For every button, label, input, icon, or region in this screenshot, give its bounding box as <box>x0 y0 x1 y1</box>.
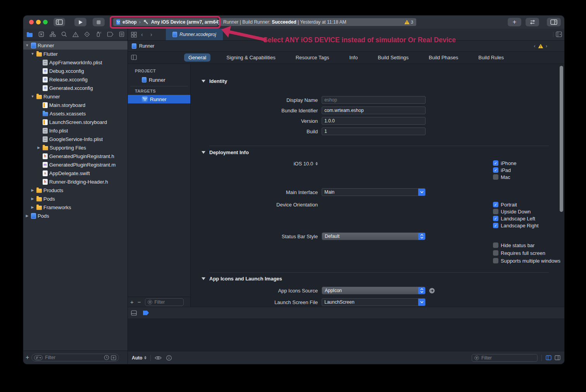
tree-item-products[interactable]: ▶Products <box>23 186 128 194</box>
tree-item[interactable]: hRunner-Bridging-Header.h <box>23 177 128 186</box>
tree-item[interactable]: hGeneratedPluginRegistrant.h <box>23 152 128 160</box>
display-name-field[interactable] <box>322 96 426 104</box>
chevron-right-icon[interactable]: ▶ <box>30 197 35 201</box>
scheme-selector[interactable]: eShop › Any iOS Device (armv7, arm64) <box>113 18 218 26</box>
navigator-filter-input[interactable] <box>44 354 102 361</box>
chevron-down-icon[interactable]: ▼ <box>25 43 29 47</box>
version-stepper[interactable] <box>315 162 318 165</box>
debug-filter-input[interactable] <box>481 355 535 361</box>
app-icons-source-popup[interactable]: AppIcon <box>322 287 426 294</box>
disclosure-triangle-icon[interactable] <box>202 277 205 280</box>
previous-issue-button[interactable]: ‹ <box>534 43 535 49</box>
up-down-chevrons-icon[interactable] <box>418 233 425 240</box>
tree-item-flutter-folder[interactable]: ▼Flutter <box>23 50 128 58</box>
identity-section-header[interactable]: Identity <box>202 78 227 84</box>
tab-general[interactable]: General <box>184 53 210 62</box>
source-control-navigator-tab[interactable] <box>38 31 44 37</box>
chevron-right-icon[interactable]: ▶ <box>36 146 41 150</box>
show-console-view-icon[interactable] <box>555 355 560 360</box>
targets-filter-input[interactable] <box>154 299 181 305</box>
tree-item-frameworks[interactable]: ▶Frameworks <box>23 203 128 211</box>
change-editor-layout-button[interactable] <box>526 18 539 26</box>
chevron-down-icon[interactable] <box>418 299 425 306</box>
tree-item-runner-folder[interactable]: ▼Runner <box>23 92 128 101</box>
tree-item[interactable]: GoogleService-Info.plist <box>23 135 128 143</box>
launch-screen-file-combo[interactable]: LaunchScreen <box>322 298 426 306</box>
tree-item[interactable]: Release.xcconfig <box>23 75 128 84</box>
vertical-scrollbar[interactable] <box>560 66 563 212</box>
tree-item[interactable]: Info.plist <box>23 126 128 135</box>
add-editor-button[interactable]: + <box>508 18 521 26</box>
chevron-right-icon[interactable]: ▶ <box>30 188 35 192</box>
tab-info[interactable]: Info <box>345 53 362 62</box>
hide-status-bar-row[interactable]: Hide status bar <box>493 242 534 248</box>
tree-item[interactable]: Generated.xcconfig <box>23 84 128 92</box>
deployment-info-section-header[interactable]: Deployment Info <box>202 150 249 155</box>
debug-area-icon[interactable] <box>131 310 137 316</box>
breakpoint-navigator-tab[interactable] <box>107 32 114 37</box>
add-file-button[interactable]: + <box>26 354 29 361</box>
warning-count-badge[interactable]: 3 <box>404 18 413 26</box>
device-ipad-row[interactable]: iPad <box>493 167 511 173</box>
checkbox-unchecked-icon[interactable] <box>493 174 498 180</box>
toggle-navigator-button[interactable] <box>53 18 65 26</box>
tree-item-pods-project[interactable]: ▶Pods <box>23 211 128 220</box>
chevron-down-icon[interactable]: ▼ <box>30 95 35 98</box>
status-bar-style-popup[interactable]: Default <box>322 232 426 240</box>
tree-item[interactable]: sAppDelegate.swift <box>23 169 128 177</box>
goto-arrow-icon[interactable] <box>429 288 435 294</box>
minimize-window-button[interactable] <box>36 20 41 24</box>
chevron-right-icon[interactable]: ▶ <box>25 214 29 218</box>
display-name-input[interactable] <box>322 97 425 103</box>
debug-filter-field[interactable] <box>472 354 538 362</box>
checkbox-checked-icon[interactable] <box>493 202 498 207</box>
jump-bar-item[interactable]: Runner <box>139 43 154 49</box>
target-row-runner[interactable]: Runner <box>128 95 190 103</box>
warning-triangle-icon[interactable] <box>538 44 543 48</box>
tree-item-runner-project[interactable]: ▼Runner <box>23 41 128 50</box>
search-navigator-tab[interactable] <box>61 31 67 37</box>
zoom-window-button[interactable] <box>43 20 48 24</box>
tab-resource-tags[interactable]: Resource Tags <box>291 53 333 62</box>
add-target-button[interactable]: + <box>130 299 134 305</box>
auto-variables-selector[interactable]: Auto <box>132 355 142 361</box>
symbol-navigator-tab[interactable] <box>50 31 56 37</box>
editor-tab-runner-xcodeproj[interactable]: Runner.xcodeproj <box>166 29 223 40</box>
tree-item[interactable]: LaunchScreen.storyboard <box>23 118 128 126</box>
eye-icon[interactable] <box>155 356 162 360</box>
device-iphone-row[interactable]: iPhone <box>493 160 516 166</box>
issue-navigator-tab[interactable] <box>72 32 79 37</box>
orientation-landscape-right-row[interactable]: Landscape Right <box>493 222 539 229</box>
checkbox-checked-icon[interactable] <box>493 167 498 173</box>
recent-files-clock-icon[interactable] <box>104 355 109 360</box>
checkbox-unchecked-icon[interactable] <box>493 209 498 214</box>
tree-item-pods-folder[interactable]: ▶Pods <box>23 194 128 203</box>
navigator-filter-field[interactable] <box>31 354 119 361</box>
tab-signing-capabilities[interactable]: Signing & Capabilities <box>222 53 279 62</box>
project-navigator-tab[interactable] <box>26 32 33 37</box>
show-variables-view-icon[interactable] <box>546 355 552 360</box>
up-down-chevrons-icon[interactable] <box>144 356 146 359</box>
checkbox-unchecked-icon[interactable] <box>493 258 498 263</box>
checkbox-checked-icon[interactable] <box>493 216 498 221</box>
targets-filter-field[interactable] <box>145 298 184 306</box>
next-issue-button[interactable]: › <box>546 43 547 49</box>
tree-item[interactable]: AppFrameworkInfo.plist <box>23 58 128 67</box>
tree-item-supporting-files[interactable]: ▶Supporting Files <box>23 143 128 152</box>
run-button[interactable] <box>74 18 86 26</box>
remove-target-button[interactable]: − <box>138 299 141 305</box>
toggle-inspectors-button[interactable] <box>547 18 561 26</box>
scm-status-filter-icon[interactable] <box>111 355 116 360</box>
disclosure-triangle-icon[interactable] <box>202 151 205 154</box>
orientation-landscape-left-row[interactable]: Landscape Left <box>493 215 535 222</box>
version-field[interactable] <box>322 117 426 125</box>
version-input[interactable] <box>322 118 425 124</box>
disclosure-triangle-icon[interactable] <box>202 80 205 83</box>
test-navigator-tab[interactable] <box>84 31 90 37</box>
checkbox-unchecked-icon[interactable] <box>493 250 498 256</box>
tab-build-phases[interactable]: Build Phases <box>424 53 462 62</box>
tree-item[interactable]: Debug.xcconfig <box>23 67 128 75</box>
app-icons-section-header[interactable]: App Icons and Launch Images <box>202 276 282 282</box>
bundle-identifier-field[interactable] <box>322 107 426 114</box>
orientation-portrait-row[interactable]: Portrait <box>493 201 517 208</box>
